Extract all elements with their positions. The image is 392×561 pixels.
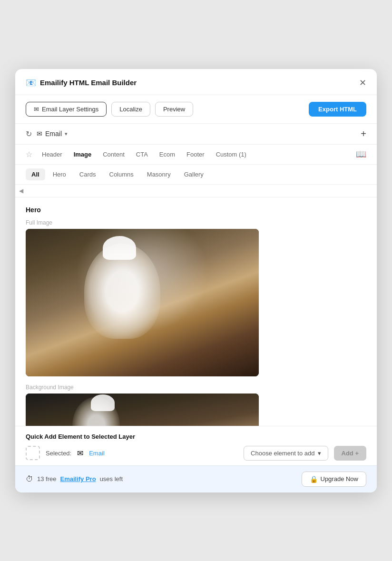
localize-button[interactable]: Localize [111, 102, 150, 117]
template2-label: Background Image [26, 384, 366, 391]
settings-label: Email Layer Settings [42, 106, 98, 113]
quick-add-controls: Selected: ✉ Email Choose element to add … [26, 446, 366, 461]
selected-box-icon [26, 446, 40, 460]
tab-header[interactable]: Header [37, 148, 67, 160]
tab-ecom[interactable]: Ecom [155, 148, 180, 160]
library-icon[interactable]: 📖 [356, 149, 366, 159]
settings-email-icon: ✉ [34, 106, 39, 113]
template2-image[interactable] [26, 394, 259, 426]
settings-button[interactable]: ✉ Email Layer Settings [26, 102, 107, 117]
upgrade-button[interactable]: 🔒 Upgrade Now [302, 472, 367, 487]
selected-prefix: Selected: [46, 450, 71, 457]
email-selector-label: Email [45, 130, 62, 138]
subtab-all[interactable]: All [26, 168, 45, 180]
email-selector[interactable]: ✉ Email ▾ [37, 130, 68, 138]
choose-element-label: Choose element to add [251, 450, 314, 457]
emailify-pro-link[interactable]: Emailify Pro [60, 475, 96, 482]
email-bar: ↻ ✉ Email ▾ + [15, 124, 377, 145]
tab-image[interactable]: Image [69, 148, 97, 160]
subtab-masonry[interactable]: Masonry [141, 168, 176, 180]
footer-bar: ⏱ 13 free Emailify Pro uses left 🔒 Upgra… [15, 465, 377, 492]
favorites-icon[interactable]: ☆ [26, 150, 32, 159]
choose-element-chevron: ▾ [318, 450, 321, 457]
content-area: Hero Full Image Background Image [15, 197, 377, 426]
chef-full-image [26, 229, 259, 376]
chef-bg-image [26, 394, 259, 426]
app-window: 📧 Emailify HTML Email Builder ✕ ✉ Email … [15, 69, 377, 492]
toolbar: ✉ Email Layer Settings Localize Preview … [15, 95, 377, 124]
section-hero-label: Hero [26, 206, 366, 214]
selected-email-link[interactable]: Email [89, 450, 105, 457]
category-tabs: ☆ Header Image Content CTA Ecom Footer C… [15, 145, 377, 165]
add-plus-button[interactable]: Add + [334, 446, 366, 461]
subtab-hero[interactable]: Hero [47, 168, 72, 180]
app-icon: 📧 [26, 78, 36, 88]
tab-cta[interactable]: CTA [131, 148, 153, 160]
uses-suffix: uses left [100, 475, 123, 482]
chevron-down-icon: ▾ [65, 131, 68, 137]
title-bar-left: 📧 Emailify HTML Email Builder [26, 78, 137, 88]
export-label: Export HTML [318, 106, 357, 113]
free-uses-text: 13 free [37, 475, 56, 482]
close-button[interactable]: ✕ [359, 79, 366, 87]
subtab-columns[interactable]: Columns [104, 168, 139, 180]
title-bar: 📧 Emailify HTML Email Builder ✕ [15, 69, 377, 95]
selected-email-icon: ✉ [77, 449, 83, 458]
subtab-gallery[interactable]: Gallery [178, 168, 209, 180]
template1-label: Full Image [26, 219, 366, 226]
tab-custom[interactable]: Custom (1) [211, 148, 251, 160]
choose-element-dropdown[interactable]: Choose element to add ▾ [244, 446, 328, 461]
app-title: Emailify HTML Email Builder [40, 79, 137, 87]
preview-button[interactable]: Preview [155, 102, 193, 117]
footer-left: ⏱ 13 free Emailify Pro uses left [26, 475, 123, 483]
quick-add-bar: Quick Add Element to Selected Layer Sele… [15, 426, 377, 465]
collapse-button[interactable]: ◀ [16, 187, 26, 195]
localize-label: Localize [119, 106, 142, 113]
lock-icon: 🔒 [310, 475, 318, 483]
export-button[interactable]: Export HTML [309, 102, 366, 117]
upgrade-label: Upgrade Now [321, 475, 359, 482]
sub-tabs: All Hero Cards Columns Masonry Gallery [15, 165, 377, 185]
email-selector-icon: ✉ [37, 130, 42, 138]
collapse-row: ◀ [15, 185, 377, 197]
refresh-icon[interactable]: ↻ [26, 129, 32, 138]
add-email-button[interactable]: + [361, 128, 366, 139]
tab-footer[interactable]: Footer [182, 148, 209, 160]
template1-image[interactable] [26, 229, 259, 376]
timer-icon: ⏱ [26, 475, 33, 483]
tab-content[interactable]: Content [98, 148, 129, 160]
subtab-cards[interactable]: Cards [74, 168, 102, 180]
quick-add-title: Quick Add Element to Selected Layer [26, 433, 366, 440]
preview-label: Preview [163, 106, 185, 113]
